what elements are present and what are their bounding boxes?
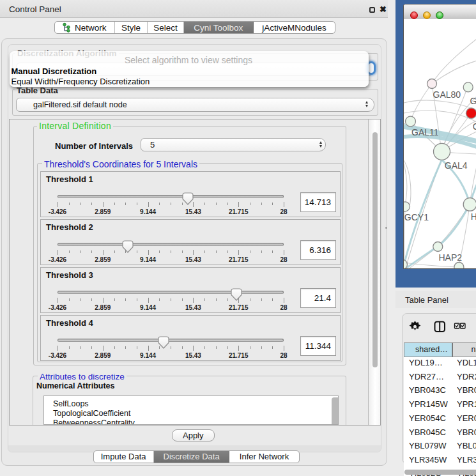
- svg-text:GCY1: GCY1: [404, 212, 429, 222]
- svg-text:GAL4: GAL4: [445, 160, 468, 171]
- svg-text:GAL11: GAL11: [411, 127, 439, 137]
- svg-text:GAL80: GAL80: [433, 89, 461, 100]
- svg-text:H: H: [471, 211, 476, 222]
- svg-text:HAP2: HAP2: [439, 252, 463, 263]
- svg-text:GA: GA: [470, 96, 476, 106]
- svg-text:C: C: [473, 121, 476, 132]
